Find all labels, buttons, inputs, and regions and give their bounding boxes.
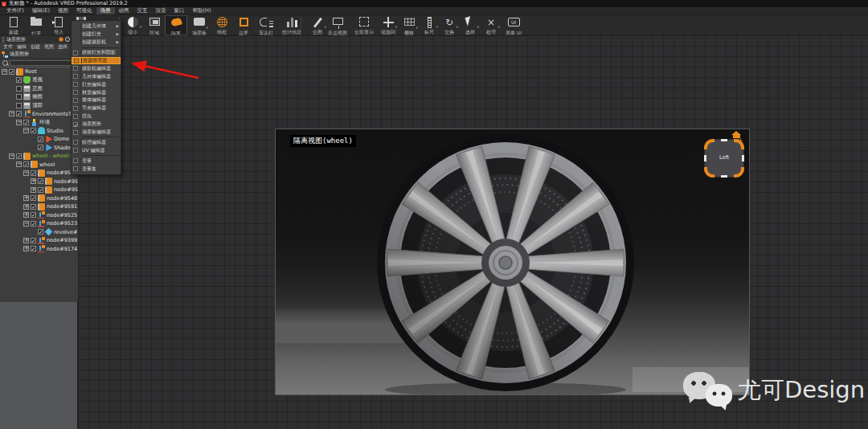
- ruler-button[interactable]: ▾标尺: [419, 16, 440, 35]
- tree-row[interactable]: +✓node#9525: [0, 211, 78, 220]
- panel-float-button[interactable]: [65, 37, 70, 42]
- tree-row[interactable]: −✓node#9589: [0, 169, 78, 178]
- process-button[interactable]: ×▾处理: [481, 16, 502, 35]
- presentation-button[interactable]: 表达视图: [325, 16, 350, 35]
- menu-checkbox[interactable]: [73, 90, 78, 95]
- scenegraph-menu-item[interactable]: 选择: [58, 43, 68, 51]
- menubar-item[interactable]: 交互: [133, 7, 152, 14]
- tree-row[interactable]: ✓Shadow: [0, 144, 78, 153]
- menu-item-media-editor[interactable]: 媒体编辑器: [72, 96, 121, 104]
- menu-checkbox[interactable]: [74, 59, 79, 63]
- tree-row[interactable]: 顶部: [0, 101, 78, 110]
- tree-row[interactable]: −✓Root: [0, 67, 78, 76]
- zoom-to-button[interactable]: ▾缩放到: [378, 16, 399, 35]
- tree-visibility-checkbox[interactable]: ✓: [16, 153, 22, 159]
- grid-button[interactable]: ▾栅格: [399, 16, 420, 35]
- menu-item-create-light[interactable]: 创建灯光▶: [72, 31, 121, 39]
- tree-visibility-checkbox[interactable]: ✓: [23, 120, 29, 125]
- menu-checkbox[interactable]: [73, 166, 78, 171]
- menu-item-camera-editor[interactable]: 摄影机编辑器: [72, 64, 121, 72]
- menubar-item[interactable]: 场景: [96, 7, 115, 14]
- gizmo-edge-tick[interactable]: [721, 139, 727, 141]
- tree-visibility-checkbox[interactable]: ✓: [31, 195, 36, 201]
- tree-visibility-checkbox[interactable]: ✓: [31, 170, 36, 176]
- view-cube-gizmo[interactable]: Left: [705, 140, 743, 177]
- tree-visibility-checkbox[interactable]: ✓: [16, 77, 22, 83]
- menubar-item[interactable]: 文件(F): [2, 7, 28, 14]
- menu-checkbox[interactable]: [73, 114, 78, 119]
- menubar-item[interactable]: 可视化: [72, 7, 96, 14]
- menu-checkbox[interactable]: [73, 74, 78, 79]
- expand-icon[interactable]: +: [23, 212, 29, 218]
- isolate-button[interactable]: 隔离: [166, 16, 186, 35]
- tree-visibility-checkbox[interactable]: ✓: [38, 178, 43, 184]
- tree-visibility-checkbox[interactable]: ✓: [38, 187, 43, 193]
- scenegraph-menu-item[interactable]: 视图: [44, 43, 54, 51]
- tree-visibility-checkbox[interactable]: ✓: [31, 128, 36, 133]
- tree-visibility-checkbox[interactable]: ✓: [23, 161, 29, 167]
- collapse-icon[interactable]: −: [23, 128, 29, 133]
- menubar-item[interactable]: 窗口: [170, 7, 189, 14]
- tree-row[interactable]: +✓node#9590: [0, 178, 78, 186]
- tree-row[interactable]: ✓Dome: [0, 135, 78, 144]
- collapse-icon[interactable]: −: [9, 153, 14, 159]
- tree-visibility-checkbox[interactable]: [16, 94, 22, 100]
- transform-button[interactable]: ↻▾交换: [439, 16, 460, 35]
- tree-visibility-checkbox[interactable]: ✓: [31, 246, 36, 251]
- scenegraph-menu-item[interactable]: 文件: [3, 43, 13, 51]
- select-button[interactable]: ▾选择: [460, 16, 481, 35]
- expand-icon[interactable]: +: [31, 187, 36, 193]
- menu-checkbox[interactable]: [73, 158, 78, 163]
- menu-item-uv-editor[interactable]: UV 编辑器: [72, 146, 121, 154]
- menubar-item[interactable]: 动画: [115, 7, 133, 14]
- menu-checkbox[interactable]: [73, 130, 78, 135]
- menu-item-variant-sets[interactable]: 变量集: [72, 165, 121, 173]
- tree-row[interactable]: −✓环境: [0, 118, 78, 127]
- menu-checkbox[interactable]: [73, 140, 78, 145]
- menu-checkbox[interactable]: ✓: [73, 122, 78, 127]
- menu-item-light-editor[interactable]: 灯光编辑器: [72, 80, 121, 88]
- collapse-icon[interactable]: −: [23, 170, 29, 176]
- sceneplate-button[interactable]: ▾场景板: [187, 16, 211, 35]
- tree-row[interactable]: ✓revolve#1: [0, 228, 78, 237]
- tree-visibility-checkbox[interactable]: [16, 103, 22, 108]
- statistics-button[interactable]: 统计信息: [278, 16, 305, 35]
- menu-checkbox[interactable]: [73, 66, 78, 71]
- tree-visibility-checkbox[interactable]: ✓: [31, 212, 36, 218]
- tree-row[interactable]: +✓node#9174: [0, 245, 78, 254]
- show-all-button[interactable]: 全部显示: [352, 16, 376, 35]
- gizmo-edge-tick[interactable]: [721, 175, 727, 178]
- tree-row[interactable]: +✓node#9399: [0, 236, 78, 245]
- menu-item-geometry-editor[interactable]: 几何体编辑器: [72, 72, 121, 80]
- tree-row[interactable]: −✓Studio: [0, 127, 78, 136]
- collapse-icon[interactable]: −: [16, 120, 22, 125]
- tree-visibility-checkbox[interactable]: ✓: [31, 204, 36, 210]
- panel-grip-handle[interactable]: [2, 37, 5, 43]
- collapse-icon[interactable]: −: [16, 161, 22, 167]
- expand-icon[interactable]: +: [23, 195, 29, 201]
- menubar-item[interactable]: 视图: [54, 7, 72, 14]
- tree-visibility-checkbox[interactable]: ✓: [9, 69, 14, 75]
- menu-checkbox[interactable]: [73, 51, 78, 55]
- menu-item-texture-editor[interactable]: 纹理编辑器: [72, 138, 121, 146]
- simple-ui-button[interactable]: UI简单 UI: [502, 16, 526, 35]
- scenegraph-menu-item[interactable]: 创建: [31, 43, 40, 51]
- tree-row[interactable]: 侧面: [0, 93, 78, 102]
- collapse-icon[interactable]: −: [2, 69, 7, 75]
- scenegraph-search-input[interactable]: [10, 60, 77, 66]
- render-viewport[interactable]: 隔离视图(wheel) HOME Left: [275, 129, 750, 395]
- tree-row[interactable]: +✓node#9588: [0, 186, 78, 194]
- tree-visibility-checkbox[interactable]: ✓: [38, 137, 43, 142]
- new-button[interactable]: 新建: [3, 16, 24, 35]
- region-button[interactable]: 区域: [144, 16, 165, 35]
- wireframe-button[interactable]: 线框: [211, 16, 232, 35]
- tree-visibility-checkbox[interactable]: ✓: [16, 111, 22, 116]
- tree-row[interactable]: 正面: [0, 84, 78, 93]
- tree-visibility-checkbox[interactable]: ✓: [31, 221, 36, 227]
- tree-row[interactable]: −✓node#9523: [0, 219, 78, 228]
- open-button[interactable]: 打开: [26, 16, 47, 35]
- expand-icon[interactable]: +: [23, 238, 29, 243]
- expand-icon[interactable]: +: [31, 178, 36, 184]
- boundary-button[interactable]: 边界: [233, 16, 254, 35]
- tree-row[interactable]: +✓node#9548: [0, 194, 78, 203]
